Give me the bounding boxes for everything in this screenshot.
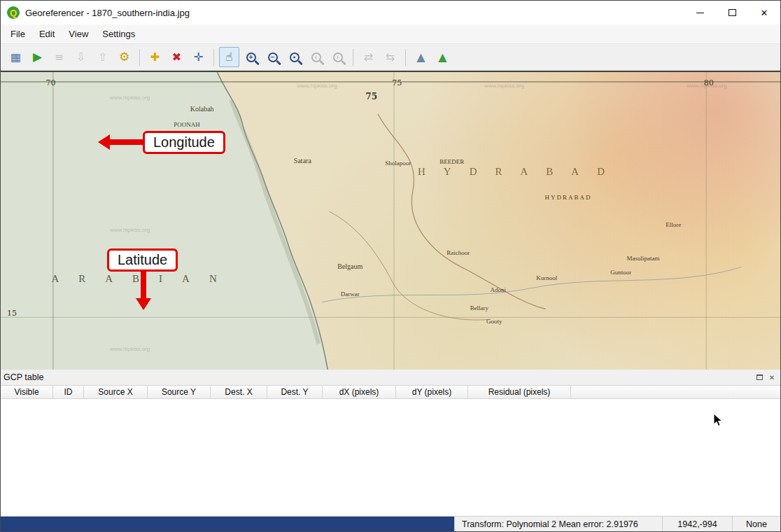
column-visible[interactable]: Visible	[1, 386, 53, 398]
map-place-label: www.hipkiss.org	[297, 83, 337, 89]
column-filler	[571, 386, 780, 398]
zoom-last-button[interactable]: ‹	[306, 47, 326, 67]
zoom-out-icon: −	[268, 52, 278, 62]
map-place-label: www.hipkiss.org	[110, 346, 150, 352]
window-controls: ✕	[684, 1, 780, 24]
latitude-annotation: Latitude	[107, 248, 178, 272]
statusbar: Transform: Polynomial 2 Mean error: 2.91…	[1, 516, 780, 531]
zoom-next-button[interactable]: ›	[328, 47, 348, 67]
open-raster-button[interactable]: ▦	[6, 47, 26, 67]
map-place-label: Kolabah	[190, 105, 214, 113]
column-id[interactable]: ID	[53, 386, 84, 398]
start-georeferencing-button[interactable]: ▶	[27, 47, 48, 67]
map-place-label: HYDRABAD	[545, 194, 592, 201]
titlebar: Q Georeferencer - 1870_southern-india.jp…	[1, 1, 780, 24]
move-point-button[interactable]: ✛	[188, 47, 209, 67]
load-gcp-points-button[interactable]: ⇩	[71, 47, 91, 67]
longitude-annotation: Longitude	[143, 131, 225, 154]
toolbar-separator	[405, 49, 406, 66]
save-gcp-points-button[interactable]: ⇧	[92, 47, 113, 67]
zoom-in-icon: +	[246, 52, 256, 62]
map-place-label: Guntoor	[610, 269, 631, 276]
map-place-label: Satara	[294, 157, 311, 164]
window-title: Georeferencer - 1870_southern-india.jpg	[25, 8, 684, 18]
map-place-label: 75	[392, 78, 402, 88]
menu-view[interactable]: View	[62, 25, 95, 43]
status-progress-area	[1, 517, 454, 531]
link-georef-icon: ⇄	[364, 52, 373, 63]
move-point-icon: ✛	[194, 52, 203, 63]
status-coordinate: 1942,-994	[662, 517, 732, 531]
column-dest-y[interactable]: Dest. Y	[267, 386, 323, 398]
map-place-label: Raichoor	[446, 249, 470, 256]
gcp-panel-titlebar: GCP table ✕	[1, 370, 780, 385]
link-qgis-to-georeferencer-button[interactable]: ⇆	[380, 47, 400, 67]
column-source-x[interactable]: Source X	[84, 386, 148, 398]
map-place-label: 70	[46, 78, 56, 88]
pan-button[interactable]: ☝	[219, 47, 239, 67]
local-histogram-stretch-button[interactable]: ▲	[432, 47, 453, 67]
latitude-arrow-icon	[141, 270, 146, 299]
delete-point-icon: ✖	[172, 52, 181, 63]
save-gcp-icon: ⇧	[98, 52, 107, 63]
map-place-label: www.hipkiss.org	[687, 83, 726, 89]
map-place-label: BEEDER	[439, 158, 464, 165]
generate-gdal-script-button[interactable]: ≡	[49, 47, 69, 67]
minimize-button[interactable]	[684, 1, 716, 24]
map-place-label: POONAH	[174, 121, 200, 128]
transformation-settings-button[interactable]: ⚙	[114, 47, 134, 67]
status-rotation: None	[732, 517, 780, 531]
start-georeferencing-icon: ▶	[33, 51, 42, 63]
map-place-label: 15	[7, 309, 17, 318]
float-panel-icon	[757, 374, 763, 380]
float-panel-button[interactable]	[754, 372, 765, 383]
link-qgis-icon: ⇆	[386, 52, 395, 63]
toolbar-separator	[353, 49, 353, 66]
map-place-label: HYDRABAD	[418, 166, 623, 178]
zoom-out-button[interactable]: −	[262, 47, 283, 67]
menu-file[interactable]: File	[3, 25, 32, 43]
close-panel-button[interactable]: ✕	[766, 372, 778, 383]
pan-hand-icon: ☝	[225, 51, 232, 63]
local-histogram-icon: ▲	[438, 52, 446, 63]
map-place-label: Kurnool	[536, 274, 557, 281]
map-place-label: Adoni	[491, 286, 507, 293]
map-place-label: Ellore	[666, 221, 681, 228]
map-artwork	[1, 72, 780, 370]
toolbar-separator	[139, 49, 140, 66]
column-dy[interactable]: dY (pixels)	[396, 386, 468, 398]
maximize-icon	[729, 9, 736, 16]
delete-point-button[interactable]: ✖	[167, 47, 187, 67]
link-georeferencer-to-qgis-button[interactable]: ⇄	[358, 47, 379, 67]
map-canvas[interactable]: 7075807515KolabahPOONAHSataraSholapoorBE…	[1, 71, 780, 370]
column-dest-x[interactable]: Dest. X	[211, 386, 267, 398]
georeferencer-window: Q Georeferencer - 1870_southern-india.jp…	[0, 0, 781, 532]
status-transform: Transform: Polynomial 2 Mean error: 2.91…	[454, 517, 662, 531]
add-point-icon: ✚	[150, 52, 160, 63]
gcp-table-header: Visible ID Source X Source Y Dest. X Des…	[1, 385, 780, 399]
map-place-label: www.hipkiss.org	[110, 94, 150, 101]
zoom-to-layer-icon: ▪	[290, 52, 300, 62]
gcp-table-body[interactable]	[1, 399, 780, 516]
add-point-button[interactable]: ✚	[145, 47, 165, 67]
map-place-label: www.hipkiss.org	[110, 227, 150, 233]
longitude-arrow-icon	[110, 139, 143, 145]
close-panel-icon: ✕	[769, 374, 775, 382]
menu-edit[interactable]: Edit	[32, 25, 62, 43]
map-place-label: Sholapoor	[385, 160, 411, 167]
full-histogram-stretch-button[interactable]: ▲	[411, 47, 431, 67]
load-gcp-icon: ⇩	[76, 52, 85, 63]
column-dx[interactable]: dX (pixels)	[323, 386, 396, 398]
settings-gear-icon: ⚙	[119, 51, 129, 63]
menu-settings[interactable]: Settings	[95, 25, 142, 43]
zoom-in-button[interactable]: +	[241, 47, 261, 67]
toolbar-separator	[213, 49, 214, 66]
map-place-label: 75	[365, 92, 377, 102]
map-place-label: Masulipatam	[627, 255, 660, 262]
column-source-y[interactable]: Source Y	[148, 386, 211, 398]
zoom-to-layer-button[interactable]: ▪	[284, 47, 304, 67]
close-button[interactable]: ✕	[748, 1, 780, 24]
column-residual[interactable]: Residual (pixels)	[468, 386, 571, 398]
maximize-button[interactable]	[716, 1, 748, 24]
mouse-cursor	[713, 413, 723, 427]
